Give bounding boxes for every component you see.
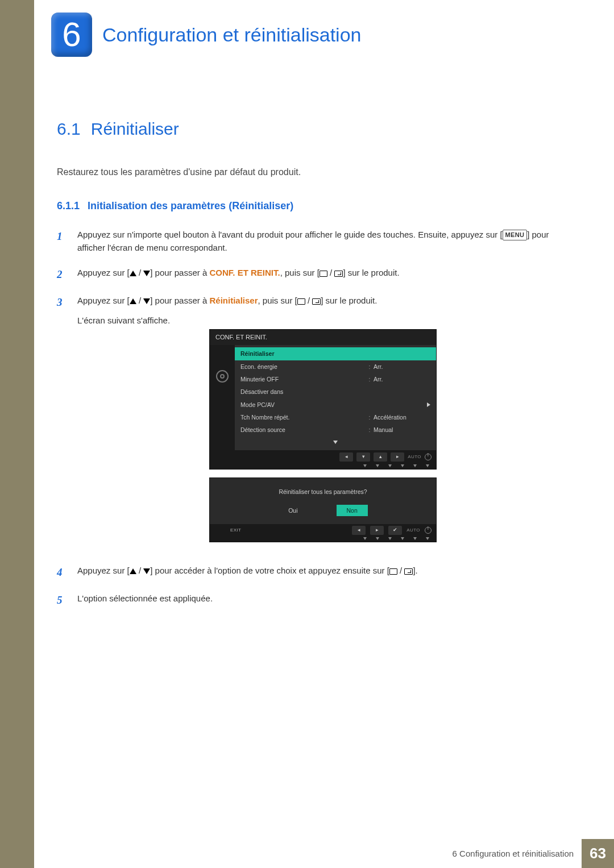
step-4: 4 Appuyez sur [ / ] pour accéder à l'opt… [57, 564, 569, 580]
down-caret-icon [333, 441, 338, 444]
content-area: 6.1Réinitialiser Restaurez tous les para… [34, 57, 614, 609]
dialog-buttons: Oui Non [210, 505, 436, 524]
osd-row-label: Réinitialiser [240, 349, 430, 358]
osd-row-value: Arr. [374, 375, 430, 384]
nav-left-icon: ◂ [352, 526, 366, 535]
text: ] pour passer à [150, 296, 209, 305]
page-footer: 6 Configuration et réinitialisation 63 [445, 839, 614, 868]
step-body: Appuyez sur [ / ] pour accéder à l'optio… [77, 564, 569, 580]
text: , puis sur [ [258, 296, 297, 305]
section-intro: Restaurez tous les paramètres d'usine pa… [57, 167, 569, 177]
text: Appuyez sur [ [77, 268, 130, 277]
dialog-nav-bar: EXIT ◂ ▸ ✔ AUTO [210, 524, 436, 537]
step-number: 5 [57, 592, 67, 608]
menu-key-icon: MENU [503, 230, 528, 240]
screen-icon [320, 271, 327, 277]
exit-label: EXIT [230, 527, 241, 534]
section-title: Réinitialiser [91, 119, 179, 138]
step-body: Appuyez sur [ / ] pour passer à CONF. ET… [77, 266, 569, 283]
chapter-title: Configuration et réinitialisation [102, 24, 361, 46]
down-arrow-icon [143, 568, 150, 574]
osd-row-label: Econ. énergie [240, 362, 366, 371]
screen-icon [389, 568, 397, 575]
osd-row-value: Arr. [374, 362, 430, 371]
text: ] sur le produit. [343, 268, 399, 277]
menu-path: CONF. ET REINIT. [209, 268, 280, 277]
section-heading: 6.1Réinitialiser [57, 119, 569, 139]
osd-title: CONF. ET REINIT. [210, 330, 436, 345]
osd-row-label: Tch Nombre répét. [240, 413, 366, 422]
step-1: 1 Appuyez sur n'importe quel bouton à l'… [57, 228, 569, 255]
osd-row-tch-repet: Tch Nombre répét.:Accélération [235, 411, 436, 423]
osd-rows: Réinitialiser Econ. énergie:Arr. Minuter… [235, 345, 436, 450]
enter-icon [404, 568, 413, 575]
step-number: 1 [57, 228, 67, 255]
nav-back-icon: ◂ [339, 452, 353, 462]
text: ] pour accéder à l'option de votre choix… [150, 566, 389, 575]
step-number: 2 [57, 266, 67, 283]
subsection-number: 6.1.1 [57, 200, 80, 211]
footer-chapter-label: 6 Configuration et réinitialisation [445, 839, 582, 868]
osd-menu: CONF. ET REINIT. Réinitialiser Econ. éne… [209, 329, 437, 470]
step-2: 2 Appuyez sur [ / ] pour passer à CONF. … [57, 266, 569, 283]
osd-row-desactiver: Désactiver dans [235, 385, 436, 398]
nav-down-icon: ▾ [356, 452, 370, 462]
osd-row-minuterie: Minuterie OFF:Arr. [235, 373, 436, 385]
sidebar-strip [0, 0, 34, 868]
gear-icon [216, 370, 229, 383]
down-arrow-icon [143, 271, 150, 276]
osd-row-mode-pcav: Mode PC/AV [235, 398, 436, 411]
menu-path: Réinitialiser [209, 296, 258, 305]
nav-carets [210, 537, 436, 542]
osd-row-detection: Détection source:Manual [235, 423, 436, 436]
osd-row-value: Manual [374, 425, 430, 434]
dialog-yes-button: Oui [278, 505, 308, 516]
chapter-number-badge: 6 [51, 13, 92, 57]
nav-right-icon: ▸ [370, 526, 384, 535]
step-body: L'option sélectionnée est appliquée. [77, 592, 569, 608]
footer-page-number: 63 [582, 839, 614, 868]
text: L'écran suivant s'affiche. [77, 314, 569, 327]
down-arrow-icon [143, 298, 150, 304]
step-body: Appuyez sur n'importe quel bouton à l'av… [77, 228, 569, 255]
text: Appuyez sur n'importe quel bouton à l'av… [77, 230, 503, 239]
submenu-arrow-icon [427, 402, 430, 407]
osd-row-value: Accélération [374, 413, 430, 422]
chapter-header: 6 Configuration et réinitialisation [34, 0, 614, 57]
text: ] pour passer à [150, 268, 209, 277]
nav-right-icon: ▸ [391, 452, 404, 462]
osd-row-econ-energie: Econ. énergie:Arr. [235, 360, 436, 373]
osd-row-label: Désactiver dans [240, 387, 430, 396]
subsection-title: Initialisation des paramètres (Réinitial… [88, 200, 293, 211]
osd-row-label: Détection source [240, 425, 366, 434]
page-body: 6 Configuration et réinitialisation 6.1R… [34, 0, 614, 868]
enter-icon [312, 298, 321, 305]
text: ]. [413, 566, 417, 575]
subsection-heading: 6.1.1Initialisation des paramètres (Réin… [57, 200, 569, 212]
text: , puis sur [ [280, 268, 320, 277]
osd-row-label: Mode PC/AV [240, 400, 427, 409]
step-5: 5 L'option sélectionnée est appliquée. [57, 592, 569, 608]
text: Appuyez sur [ [77, 566, 130, 575]
osd-confirm-dialog: Réinitialiser tous les paramètres? Oui N… [209, 477, 437, 542]
up-arrow-icon [130, 568, 136, 574]
screen-icon [297, 298, 305, 305]
osd-row-label: Minuterie OFF [240, 375, 366, 384]
dialog-no-button: Non [337, 505, 368, 516]
step-number: 3 [57, 294, 67, 553]
nav-up-icon: ▴ [374, 452, 387, 462]
up-arrow-icon [130, 298, 136, 304]
step-3: 3 Appuyez sur [ / ] pour passer à Réinit… [57, 294, 569, 553]
step-number: 4 [57, 564, 67, 580]
osd-icon-column [210, 345, 235, 450]
nav-carets [210, 464, 436, 469]
power-icon [425, 527, 432, 534]
nav-auto-label: AUTO [406, 527, 420, 534]
up-arrow-icon [130, 271, 136, 276]
osd-row-reinitialiser: Réinitialiser [235, 347, 436, 360]
nav-ok-icon: ✔ [388, 526, 402, 535]
dialog-question: Réinitialiser tous les paramètres? [210, 487, 436, 504]
step-body: Appuyez sur [ / ] pour passer à Réinitia… [77, 294, 569, 553]
enter-icon [334, 271, 343, 277]
osd-scroll-hint [235, 436, 436, 447]
